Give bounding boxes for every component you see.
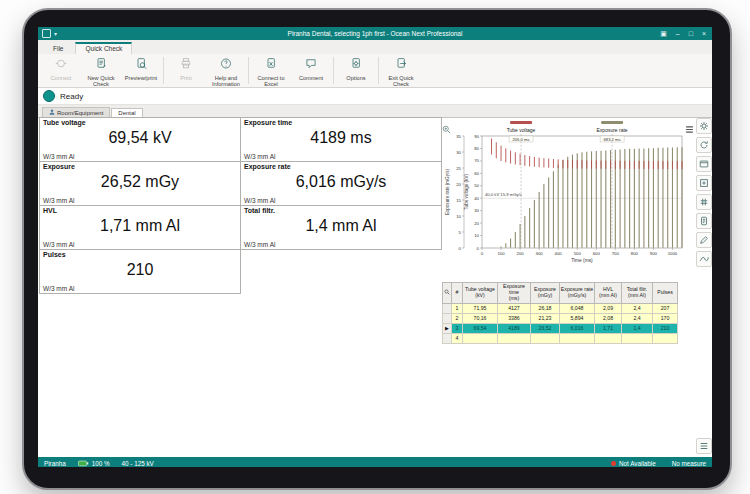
table-row[interactable]: 4 xyxy=(443,333,678,343)
column-header-tube-voltage[interactable]: Tube voltage(kV) xyxy=(463,283,498,304)
ribbon-button-preview-print[interactable]: Preview/print xyxy=(121,54,161,87)
column-header-total-filtr[interactable]: Total filtr.(mm Al) xyxy=(622,283,653,304)
table-cell: 2,4 xyxy=(622,303,653,313)
status-bar: Piranha 100 % 40 - 125 kV Not Available … xyxy=(38,457,712,467)
ribbon-button-options[interactable]: Options xyxy=(336,54,376,87)
chart-menu-icon[interactable] xyxy=(685,120,694,138)
rate-tick-label: 25 xyxy=(456,166,461,171)
tab-room-equipment[interactable]: Room/Equipment xyxy=(42,107,110,117)
minimize-icon[interactable]: – xyxy=(676,27,680,40)
row-number: 4 xyxy=(452,333,463,343)
tab-label: Dental xyxy=(118,110,135,116)
column-header-pulses[interactable]: Pulses xyxy=(653,283,678,304)
settings-icon[interactable] xyxy=(696,118,712,134)
measurement-filter-note: W/3 mm Al xyxy=(244,153,275,160)
app-window: ▾ Piranha Dental, selecting 1ph first - … xyxy=(38,27,712,467)
grid-icon[interactable] xyxy=(696,194,712,210)
legend-swatch-exposure-rate[interactable] xyxy=(601,121,623,124)
ribbon-button-comment[interactable]: Comment xyxy=(291,54,331,87)
cursor-value: 683,2 ms xyxy=(603,137,620,142)
ribbon-button-connect-to-excel[interactable]: Connect to Excel xyxy=(251,54,291,87)
column-header-exposure-time[interactable]: Exposure time(ms) xyxy=(498,283,531,304)
table-cell: 26,52 xyxy=(531,323,560,333)
x-tick-label: 700 xyxy=(612,251,620,256)
annotation-text: 40,0 kV 15,9 mGy/s xyxy=(485,192,522,197)
ribbon: FileQuick Check ConnectNew Quick CheckPr… xyxy=(38,40,712,88)
ribbon-button-exit-quick-check[interactable]: Exit Quick Check xyxy=(381,54,421,87)
measurement-filter-note: W/3 mm Al xyxy=(244,197,275,204)
kv-tick-label: 20 xyxy=(474,221,479,226)
row-marker xyxy=(443,313,452,323)
connection-status: Not Available xyxy=(611,460,656,467)
row-marker xyxy=(443,333,452,343)
app-icon[interactable]: ▾ xyxy=(42,29,57,38)
kv-axis-label: Tube voltage (kV) xyxy=(464,173,469,210)
column-name: # xyxy=(452,290,462,296)
measurement-label: Exposure time xyxy=(244,119,292,126)
table-row[interactable]: 270,16338621,235,8942,082,4170 xyxy=(443,313,678,323)
measurement-value: 6,016 mGy/s xyxy=(241,173,441,191)
zoom-extents-icon[interactable] xyxy=(696,175,712,191)
table-cell: 69,54 xyxy=(463,323,498,333)
title-bar: ▾ Piranha Dental, selecting 1ph first - … xyxy=(38,27,712,40)
waveform-icon[interactable] xyxy=(696,251,712,267)
comment-icon xyxy=(305,56,317,74)
report-icon[interactable] xyxy=(696,213,712,229)
list-icon[interactable] xyxy=(696,438,712,454)
table-cell: 26,18 xyxy=(531,303,560,313)
kv-tick-label: 50 xyxy=(474,183,479,188)
maximize-icon[interactable]: □ xyxy=(689,27,693,40)
close-icon[interactable]: × xyxy=(702,27,706,40)
column-header-num[interactable]: # xyxy=(452,283,463,304)
ribbon-button-new-quick-check[interactable]: New Quick Check xyxy=(81,54,121,87)
column-header-hvl[interactable]: HVL(mm Al) xyxy=(595,283,622,304)
measurement-label: Tube voltage xyxy=(43,119,86,126)
tab-dental[interactable]: Dental xyxy=(111,108,142,117)
ribbon-button-print[interactable]: Print xyxy=(166,54,206,87)
ribbon-button-label: New Quick Check xyxy=(82,75,120,88)
legend-swatch-tube-voltage[interactable] xyxy=(510,121,532,124)
measurement-total-filtr: Total filtr.1,4 mm AlW/3 mm Al xyxy=(240,205,442,250)
print-icon xyxy=(180,56,192,74)
device-name: Piranha xyxy=(44,460,66,467)
ribbon-tab-file[interactable]: File xyxy=(44,43,72,54)
ribbon-button-help-and-information[interactable]: Help and Information xyxy=(206,54,246,87)
table-row[interactable]: ▶369,54418926,526,0161,711,4210 xyxy=(443,323,678,333)
column-name: Pulses xyxy=(653,290,677,296)
table-cell: 21,23 xyxy=(531,313,560,323)
kv-tick-label: 0 xyxy=(477,246,480,251)
window-controls: ▣–□× xyxy=(660,27,706,40)
ribbon-button-label: Connect xyxy=(51,75,72,81)
measurement-filter-note: W/3 mm Al xyxy=(43,285,74,292)
rate-tick-label: 35 xyxy=(456,134,461,139)
rate-tick-label: 0 xyxy=(459,246,462,251)
column-unit: (mGy/s) xyxy=(560,293,594,299)
ribbon-separator xyxy=(248,57,249,84)
kv-tick-label: 10 xyxy=(474,233,479,238)
column-unit: (mGy) xyxy=(531,293,559,299)
exit-quick-check-icon xyxy=(395,56,407,74)
measurement-value: 26,52 mGy xyxy=(40,173,240,191)
ribbon-tab-quick-check[interactable]: Quick Check xyxy=(75,42,132,54)
table-zoom-icon[interactable] xyxy=(443,283,452,304)
table-row[interactable]: 171,95412726,186,0482,092,4207 xyxy=(443,303,678,313)
column-header-exposure-rate[interactable]: Exposure rate(mGy/s) xyxy=(560,283,595,304)
chart-zoom-icon[interactable] xyxy=(442,120,451,138)
preview-print-icon xyxy=(135,56,147,74)
window-layout-icon[interactable] xyxy=(696,156,712,172)
x-axis-label: Time (ms) xyxy=(571,258,593,263)
pin-icon[interactable]: ▣ xyxy=(660,27,667,40)
ribbon-button-connect[interactable]: Connect xyxy=(41,54,81,87)
person-icon xyxy=(49,109,55,116)
x-tick-label: 800 xyxy=(631,251,639,256)
ribbon-button-label: Comment xyxy=(299,75,323,81)
window-title: Piranha Dental, selecting 1ph first - Oc… xyxy=(38,27,712,40)
edit-icon[interactable] xyxy=(696,232,712,248)
kv-tick-label: 80 xyxy=(474,146,479,151)
x-tick-label: 600 xyxy=(593,251,601,256)
reset-view-icon[interactable] xyxy=(696,137,712,153)
status-bar-right: Not Available No measure xyxy=(611,460,706,467)
pulse-chart[interactable]: 0510152025303501020304050607080900100200… xyxy=(442,120,690,278)
column-header-exposure[interactable]: Exposure(mGy) xyxy=(531,283,560,304)
column-unit: (ms) xyxy=(498,296,530,302)
